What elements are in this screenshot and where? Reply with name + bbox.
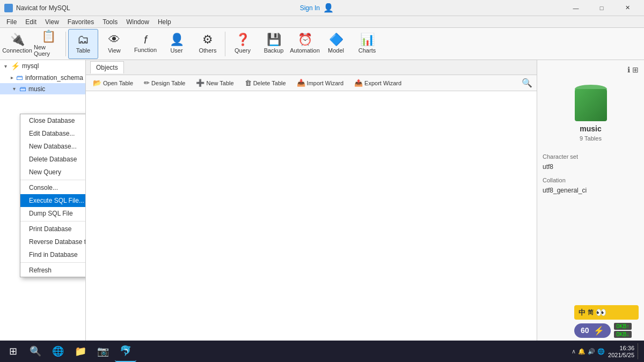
title-bar-controls: — □ ✕: [564, 0, 640, 16]
backup-label: Backup: [264, 47, 284, 54]
export-wizard-button[interactable]: 📤 Export Wizard: [349, 77, 406, 89]
sidebar-item-information-schema[interactable]: ▸ 🗃 information_schema: [0, 72, 85, 83]
menu-view[interactable]: View: [41, 17, 63, 27]
collation-value: utf8_general_ci: [543, 187, 639, 194]
charts-icon: 📊: [360, 34, 375, 46]
sign-in-link[interactable]: Sign In: [300, 4, 320, 12]
sidebar-item-music[interactable]: ▾ 🗃 music: [0, 83, 85, 94]
ctx-new-database[interactable]: New Database...: [20, 140, 86, 153]
grid-icon[interactable]: ⊞: [632, 65, 639, 74]
menu-favorites[interactable]: Favorites: [63, 17, 98, 27]
ctx-edit-database[interactable]: Edit Database...: [20, 127, 86, 140]
import-wizard-button[interactable]: 📥 Import Wizard: [292, 77, 348, 89]
ctx-print-database[interactable]: Print Database: [20, 223, 86, 235]
close-button[interactable]: ✕: [615, 0, 640, 16]
toolbar-user[interactable]: 👤 User: [162, 29, 192, 59]
counter-widget-row: 60 ⚡ 0KB↑ 0KB↓: [574, 323, 639, 338]
taskbar-navicat[interactable]: 🐬: [115, 341, 136, 362]
toolbar-backup[interactable]: 💾 Backup: [259, 29, 289, 59]
minimize-button[interactable]: —: [564, 0, 588, 16]
toolbar-model[interactable]: 🔷 Model: [321, 29, 351, 59]
speed-widget: 0KB↑ 0KB↓: [614, 323, 632, 338]
chinese-input-widget[interactable]: 中 简 👀: [574, 305, 639, 320]
expand-arrow-mysql: ▾: [2, 63, 9, 69]
search-icon[interactable]: 🔍: [519, 78, 535, 88]
toolbar-query[interactable]: ❓ Query: [228, 29, 258, 59]
music-label: music: [28, 85, 45, 93]
taskbar-browser[interactable]: 🌐: [47, 341, 69, 362]
sys-tray: ∧ 🔔 🔊 🌐: [572, 348, 605, 355]
menu-edit[interactable]: Edit: [21, 17, 41, 27]
connection-icon: 🔌: [10, 34, 25, 46]
sidebar: ▾ ⚡ mysql ▸ 🗃 information_schema ▾ 🗃 mus…: [0, 60, 86, 346]
toolbar-table[interactable]: 🗂 Table: [68, 29, 98, 59]
mysql-icon: ⚡: [11, 62, 20, 70]
sidebar-item-mysql[interactable]: ▾ ⚡ mysql: [0, 60, 85, 72]
user-label: User: [170, 47, 182, 54]
toolbar-automation[interactable]: ⏰ Automation: [290, 29, 320, 59]
toolbar-new-query[interactable]: 📋 New Query: [33, 29, 63, 59]
menu-window[interactable]: Window: [122, 17, 153, 27]
info-icon[interactable]: ℹ: [627, 65, 630, 74]
taskbar-right: ∧ 🔔 🔊 🌐 16:36 2021/5/25: [572, 343, 642, 359]
ctx-refresh[interactable]: Refresh: [20, 264, 86, 277]
toolbar-divider-2: [225, 32, 225, 56]
ctx-new-query[interactable]: New Query: [20, 166, 86, 179]
simp-char: 简: [588, 308, 594, 316]
export-wizard-icon: 📤: [354, 79, 363, 87]
view-icon: 👁: [108, 34, 120, 46]
import-wizard-icon: 📥: [297, 79, 305, 87]
tray-notification[interactable]: 🔔: [578, 348, 586, 355]
taskbar-files[interactable]: 📁: [70, 341, 91, 362]
others-label: Others: [199, 47, 216, 54]
import-wizard-label: Import Wizard: [307, 80, 343, 86]
menu-tools[interactable]: Tools: [98, 17, 122, 27]
widget-area: 中 简 👀 60 ⚡ 0KB↑ 0KB↓: [574, 305, 639, 338]
ctx-reverse-model[interactable]: Reverse Database to Model...: [20, 235, 86, 248]
new-table-button[interactable]: ➕ New Table: [191, 77, 238, 89]
delete-table-icon: 🗑: [245, 79, 252, 87]
open-table-label: Open Table: [103, 80, 133, 86]
ctx-separator-2: [20, 221, 86, 221]
taskbar-search[interactable]: 🔍: [25, 341, 46, 362]
new-query-icon: 📋: [41, 31, 56, 42]
tray-volume[interactable]: 🔊: [588, 348, 595, 355]
delete-table-button[interactable]: 🗑 Delete Table: [240, 77, 291, 89]
function-icon: f: [144, 34, 147, 45]
ctx-execute-sql-file[interactable]: Execute SQL File...: [20, 194, 86, 207]
maximize-button[interactable]: □: [589, 0, 614, 16]
ctx-separator-1: [20, 180, 86, 180]
objects-tab-button[interactable]: Objects: [90, 61, 124, 73]
tray-expand[interactable]: ∧: [572, 348, 576, 355]
model-label: Model: [328, 47, 344, 54]
design-table-icon: ✏: [144, 79, 150, 87]
tray-network[interactable]: 🌐: [597, 348, 605, 355]
show-desktop-btn[interactable]: [638, 343, 642, 359]
toolbar-function[interactable]: f Function: [130, 29, 160, 59]
open-table-button[interactable]: 📂 Open Table: [88, 77, 138, 89]
db-icon-info: 🗃: [16, 73, 23, 82]
taskbar-camera[interactable]: 📷: [92, 341, 114, 362]
menu-file[interactable]: File: [2, 17, 21, 27]
context-menu: Close Database Edit Database... New Data…: [20, 114, 86, 277]
start-button[interactable]: ⊞: [2, 341, 24, 362]
ctx-find-in-database[interactable]: Find in Database: [20, 248, 86, 261]
toolbar-others[interactable]: ⚙ Others: [193, 29, 223, 59]
ctx-separator-3: [20, 262, 86, 263]
ctx-dump-sql-file[interactable]: Dump SQL File▶: [20, 207, 86, 220]
menu-help[interactable]: Help: [153, 17, 175, 27]
ctx-delete-database[interactable]: Delete Database: [20, 153, 86, 166]
toolbar-view[interactable]: 👁 View: [99, 29, 129, 59]
view-label: View: [108, 47, 121, 54]
db-visual: music 9 Tables: [543, 85, 639, 142]
secondary-toolbar: 📂 Open Table ✏ Design Table ➕ New Table …: [86, 75, 537, 91]
design-table-button[interactable]: ✏ Design Table: [139, 77, 190, 89]
user-avatar-icon: 👤: [323, 3, 334, 13]
ctx-close-database[interactable]: Close Database: [20, 114, 86, 127]
charset-label: Character set: [543, 153, 639, 160]
toolbar-charts[interactable]: 📊 Charts: [352, 29, 382, 59]
counter-value: 60: [581, 326, 589, 335]
toolbar-connection[interactable]: 🔌 Connection: [2, 29, 32, 59]
automation-label: Automation: [290, 47, 320, 54]
ctx-console[interactable]: Console...: [20, 181, 86, 194]
